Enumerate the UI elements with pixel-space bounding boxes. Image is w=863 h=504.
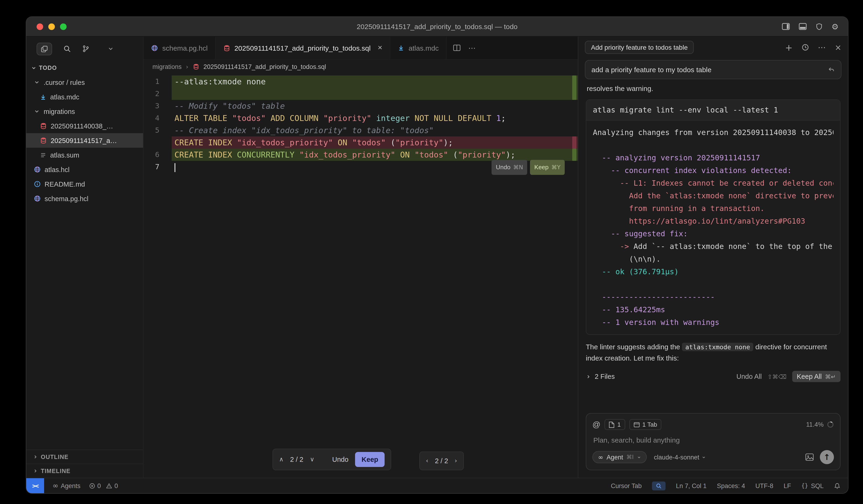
terminal-line: https://atlasgo.io/lint/analyzers#PG103 (593, 215, 834, 227)
line-number: 2 (143, 88, 172, 100)
overview-ruler-added-mark (572, 75, 576, 100)
tree-item[interactable]: atlas.hcl (26, 162, 143, 177)
model-selector[interactable]: claude-4-sonnet (654, 454, 706, 461)
split-editor-icon[interactable] (453, 45, 461, 51)
editor-group: schema.pg.hcl20250911141517_add_priority… (143, 37, 578, 478)
send-button[interactable]: ↑ (820, 450, 834, 464)
undo-all-changes-button[interactable]: Undo (332, 453, 349, 466)
shield-icon[interactable] (816, 23, 823, 30)
restore-checkpoint-icon[interactable] (828, 66, 835, 73)
chevron-down-icon[interactable] (108, 46, 114, 52)
agent-mode-selector[interactable]: ∞ Agent ⌘I (592, 451, 647, 463)
chevron-down-icon (31, 65, 37, 71)
code-line[interactable]: 5-- Create index "idx_todos_priority" to… (143, 124, 578, 136)
chat-composer[interactable]: @ 1 1 Tab 11.4% (586, 413, 840, 470)
language-mode[interactable]: {} SQL (801, 482, 824, 489)
globe-icon (151, 44, 158, 51)
prev-file-icon[interactable]: ‹ (426, 455, 428, 467)
code-line[interactable]: 4ALTER TABLE "todos" ADD COLUMN "priorit… (143, 112, 578, 124)
layout-panel-icon[interactable] (799, 23, 807, 30)
history-icon[interactable] (802, 43, 809, 51)
problems-status[interactable]: 0 0 (89, 482, 118, 489)
encoding-indicator[interactable]: UTF-8 (755, 482, 773, 489)
context-tabs-chip[interactable]: 1 Tab (629, 419, 661, 430)
line-col-indicator[interactable]: Ln 7, Col 1 (676, 482, 706, 489)
eol-indicator[interactable]: LF (784, 482, 791, 489)
project-section-header[interactable]: TODO (26, 61, 143, 75)
app-window: 20250911141517_add_priority_to_todos.sql… (26, 17, 848, 493)
attach-image-icon[interactable] (805, 453, 814, 461)
tree-item[interactable]: migrations (26, 104, 143, 118)
agents-status[interactable]: ∞ Agents (52, 481, 80, 490)
code-line[interactable]: 1--atlas:txmode none (143, 75, 578, 88)
cursor-tab-toggle[interactable]: Cursor Tab (611, 482, 642, 489)
source-control-icon[interactable] (82, 45, 90, 52)
tree-item[interactable]: 20250911140038_… (26, 118, 143, 133)
layout-sidebar-icon[interactable] (782, 23, 790, 30)
assistant-message: The linter suggests adding the atlas:txm… (586, 341, 840, 364)
more-options-icon[interactable]: ⋯ (818, 43, 826, 52)
tree-item[interactable]: .cursor / rules (26, 75, 143, 90)
composer-context-row: @ 1 1 Tab 11.4% (592, 419, 834, 430)
prev-change-icon[interactable]: ∧ (279, 453, 284, 466)
tab-close-icon[interactable]: × (377, 43, 382, 52)
tab-icon (634, 422, 639, 427)
timeline-section[interactable]: TIMELINE (26, 464, 143, 478)
notifications-bell-icon[interactable] (834, 482, 840, 489)
tree-item[interactable]: atlas.sum (26, 148, 143, 162)
chat-thread-title[interactable]: Add priority feature to todos table (585, 41, 694, 54)
keep-all-changes-button[interactable]: Keep (355, 452, 385, 467)
project-name: TODO (39, 65, 57, 71)
tree-item[interactable]: README.md (26, 177, 143, 191)
context-usage-percent: 11.4% (806, 421, 824, 428)
code-line[interactable]: 2 (143, 88, 578, 100)
code-line[interactable]: 3-- Modify "todos" table (143, 100, 578, 112)
close-panel-icon[interactable]: × (835, 43, 842, 52)
arrow-down-icon (40, 93, 47, 100)
code-editor[interactable]: 1--atlas:txmode none23-- Modify "todos" … (143, 74, 578, 478)
new-chat-icon[interactable]: + (785, 42, 793, 52)
terminal-line: (\n\n). (593, 253, 834, 265)
editor-tab[interactable]: schema.pg.hcl (143, 37, 215, 59)
workbench: TODO .cursor / rulesatlas.mdcmigrations2… (26, 37, 848, 478)
terminal-line: from running in a transaction. (593, 202, 834, 215)
screen: 20250911141517_add_priority_to_todos.sql… (0, 0, 863, 504)
tree-item[interactable]: schema.pg.hcl (26, 191, 143, 206)
close-window-button[interactable] (37, 23, 43, 30)
mention-icon[interactable]: @ (592, 420, 601, 429)
window-title: 20250911141517_add_priority_to_todos.sql… (26, 23, 848, 30)
minimize-window-button[interactable] (48, 23, 55, 30)
keep-change-button[interactable]: Keep⌘Y (530, 160, 565, 175)
screen-reader-zoom-chip[interactable] (652, 481, 665, 490)
explorer-icon[interactable] (37, 42, 52, 55)
more-actions-icon[interactable]: ⋯ (468, 43, 476, 52)
code-line[interactable]: 6CREATE INDEX CONCURRENTLY "idx_todos_pr… (143, 149, 578, 161)
files-count-label[interactable]: 2 Files (595, 373, 615, 380)
editor-tab[interactable]: 20250911141517_add_priority_to_todos.sql… (215, 37, 390, 59)
breadcrumb-file[interactable]: 20250911141517_add_priority_to_todos.sql (203, 63, 326, 70)
context-files-chip[interactable]: 1 (605, 419, 625, 430)
outline-label: OUTLINE (41, 454, 68, 460)
code-line[interactable]: CREATE INDEX "idx_todos_priority" ON "to… (143, 136, 578, 149)
outline-section[interactable]: OUTLINE (26, 450, 143, 464)
search-icon[interactable] (63, 45, 71, 52)
breadcrumb-folder[interactable]: migrations (152, 63, 182, 70)
tree-item[interactable]: atlas.mdc (26, 90, 143, 104)
tree-item-label: atlas.mdc (50, 93, 79, 101)
next-file-icon[interactable]: › (455, 455, 457, 467)
editor-tab[interactable]: atlas.mdc (390, 37, 447, 59)
indentation-indicator[interactable]: Spaces: 4 (717, 482, 745, 489)
breadcrumb[interactable]: migrations › 20250911141517_add_priority… (143, 60, 578, 74)
overview-ruler-removed-mark (572, 136, 576, 149)
composer-input[interactable]: Plan, search, build anything (592, 436, 834, 444)
tree-item[interactable]: 20250911141517_a… (26, 133, 143, 148)
undo-all-button[interactable]: Undo All (736, 373, 762, 380)
tab-label: schema.pg.hcl (162, 44, 208, 52)
line-number: 4 (143, 112, 172, 124)
chevron-right-icon[interactable] (586, 374, 591, 379)
remote-indicator[interactable]: >< (26, 478, 44, 493)
next-change-icon[interactable]: ∨ (310, 453, 314, 466)
zoom-window-button[interactable] (60, 23, 66, 30)
keep-all-button[interactable]: Keep All⌘↵ (792, 371, 840, 382)
undo-change-button[interactable]: Undo⌘N (491, 160, 527, 175)
